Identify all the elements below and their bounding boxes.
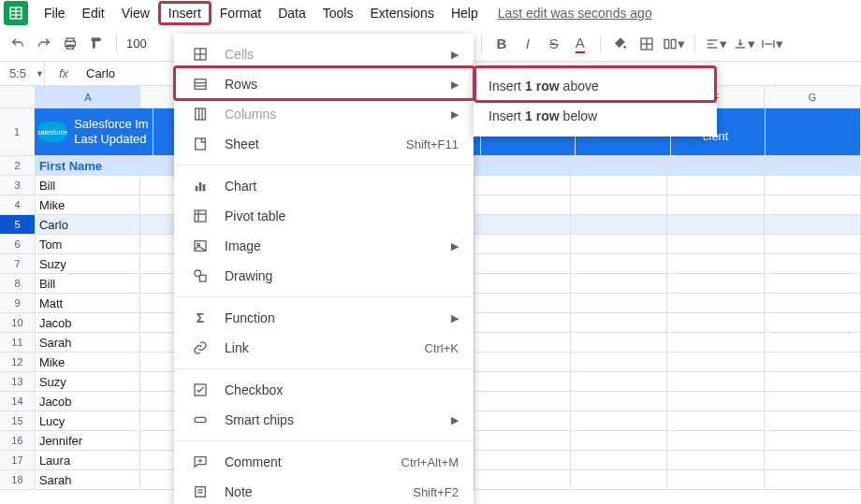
cell-first-name[interactable]: Matt xyxy=(36,294,140,312)
cell[interactable] xyxy=(765,294,861,312)
cell[interactable] xyxy=(571,451,667,469)
zoom-dropdown[interactable]: 100 xyxy=(126,36,147,50)
cell[interactable] xyxy=(765,176,861,194)
row-header[interactable]: 8 xyxy=(0,274,36,293)
menu-edit[interactable]: Edit xyxy=(74,2,113,24)
cell[interactable] xyxy=(571,215,667,234)
insert-sheet-item[interactable]: SheetShift+F11 xyxy=(174,129,474,159)
sheets-app-icon[interactable] xyxy=(4,1,28,25)
menu-data[interactable]: Data xyxy=(270,2,314,24)
cell-first-name[interactable]: Mike xyxy=(36,195,140,214)
cell[interactable] xyxy=(667,411,764,430)
row-header[interactable]: 2 xyxy=(0,156,36,175)
insert-chart-item[interactable]: Chart xyxy=(174,171,474,201)
menu-help[interactable]: Help xyxy=(443,2,487,24)
merge-button[interactable]: ▾ xyxy=(663,32,685,56)
cell[interactable] xyxy=(571,392,667,410)
insert-comment-item[interactable]: CommentCtrl+Alt+M xyxy=(174,447,474,477)
col-first-name-header[interactable]: First Name xyxy=(36,156,140,175)
row-header[interactable]: 11 xyxy=(0,333,36,352)
print-button[interactable] xyxy=(60,32,80,56)
cell[interactable] xyxy=(765,431,861,450)
cell-first-name[interactable]: Jacob xyxy=(36,392,140,410)
cell-first-name[interactable]: Laura xyxy=(36,451,140,469)
row-header[interactable]: 12 xyxy=(0,353,36,371)
cell[interactable] xyxy=(667,274,764,293)
insert-row-above-item[interactable]: Insert1 rowabove xyxy=(474,71,717,101)
cell[interactable] xyxy=(765,195,861,214)
cell[interactable] xyxy=(667,215,764,234)
cell[interactable] xyxy=(765,372,861,391)
row-header[interactable]: 15 xyxy=(0,411,36,430)
cell[interactable] xyxy=(474,431,571,450)
menu-file[interactable]: File xyxy=(36,2,74,24)
cell[interactable] xyxy=(571,313,667,332)
cell[interactable] xyxy=(765,274,861,293)
insert-image-item[interactable]: Image▶ xyxy=(174,231,474,261)
v-align-button[interactable]: ▾ xyxy=(733,32,755,56)
row-header[interactable]: 18 xyxy=(0,470,36,489)
cell[interactable] xyxy=(474,470,571,489)
cell[interactable] xyxy=(571,333,667,352)
cell[interactable] xyxy=(765,215,861,234)
row-header[interactable]: 3 xyxy=(0,176,36,194)
cell[interactable] xyxy=(571,470,667,489)
borders-button[interactable] xyxy=(636,32,657,56)
cell-first-name[interactable]: Suzy xyxy=(36,372,140,391)
cell[interactable] xyxy=(667,392,764,410)
cell[interactable] xyxy=(765,313,861,332)
cell[interactable] xyxy=(571,294,667,312)
cell[interactable] xyxy=(571,195,667,214)
paint-format-button[interactable] xyxy=(86,32,107,56)
cell[interactable] xyxy=(667,470,764,489)
cell[interactable] xyxy=(765,470,861,489)
insert-row-below-item[interactable]: Insert1 rowbelow xyxy=(474,101,717,131)
cell[interactable] xyxy=(474,235,571,253)
insert-smartchips-item[interactable]: Smart chips▶ xyxy=(174,405,474,435)
cell[interactable] xyxy=(474,313,571,332)
cell-first-name[interactable]: Tom xyxy=(36,235,140,253)
cell[interactable] xyxy=(765,254,861,273)
row-header[interactable]: 5 xyxy=(0,215,36,234)
cell[interactable] xyxy=(571,353,667,371)
cell[interactable] xyxy=(765,353,861,371)
cell[interactable] xyxy=(474,195,571,214)
cell-first-name[interactable]: Sarah xyxy=(36,470,140,489)
cell[interactable] xyxy=(474,333,571,352)
insert-checkbox-item[interactable]: Checkbox xyxy=(174,375,474,405)
last-edit-link[interactable]: Last edit was seconds ago xyxy=(498,6,652,21)
cell[interactable] xyxy=(474,392,571,410)
fill-color-button[interactable] xyxy=(610,32,631,56)
cell-first-name[interactable]: Sarah xyxy=(36,333,140,352)
cell-first-name[interactable]: Bill xyxy=(36,274,140,293)
insert-function-item[interactable]: ΣFunction▶ xyxy=(174,303,474,333)
menu-extensions[interactable]: Extensions xyxy=(361,2,442,24)
cell[interactable] xyxy=(667,176,764,194)
select-all-corner[interactable] xyxy=(0,86,36,108)
menu-view[interactable]: View xyxy=(113,2,158,24)
redo-button[interactable] xyxy=(34,32,54,56)
row-header[interactable]: 16 xyxy=(0,431,36,450)
cell-first-name[interactable]: Jacob xyxy=(36,313,140,332)
insert-columns-item[interactable]: Columns▶ xyxy=(174,99,474,129)
cell[interactable] xyxy=(474,372,571,391)
cell[interactable] xyxy=(667,431,764,450)
cell[interactable] xyxy=(667,313,764,332)
col-header-a[interactable]: A xyxy=(36,86,140,108)
cell[interactable] xyxy=(571,274,667,293)
cell-first-name[interactable]: Mike xyxy=(36,353,140,371)
cell[interactable] xyxy=(765,333,861,352)
insert-drawing-item[interactable]: Drawing xyxy=(174,261,474,291)
cell[interactable] xyxy=(474,411,571,430)
wrap-button[interactable]: ▾ xyxy=(761,32,783,56)
insert-note-item[interactable]: NoteShift+F2 xyxy=(174,477,474,504)
cell[interactable] xyxy=(474,176,571,194)
cell[interactable] xyxy=(571,176,667,194)
cell[interactable] xyxy=(667,451,764,469)
cell[interactable] xyxy=(474,353,571,371)
name-box[interactable]: 5:5▼ xyxy=(0,62,45,85)
menu-format[interactable]: Format xyxy=(212,2,270,24)
cell[interactable] xyxy=(765,235,861,253)
cell-first-name[interactable]: Lucy xyxy=(36,411,140,430)
cell[interactable] xyxy=(474,254,571,273)
